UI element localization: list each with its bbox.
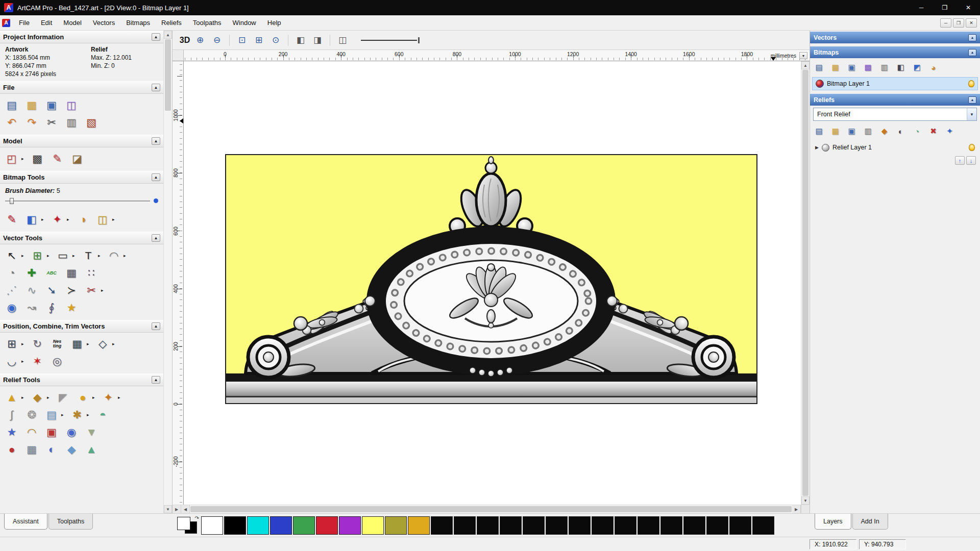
swap-colours-icon[interactable]: ↷ <box>195 515 199 521</box>
paste-vector-icon[interactable]: ✚ <box>23 265 40 281</box>
open-bitmap-layer-icon[interactable]: ▦ <box>828 61 842 73</box>
offset-relief-icon[interactable]: ▤ <box>43 407 60 422</box>
palette-swatch-6[interactable] <box>339 516 361 535</box>
cut-icon[interactable]: ✂ <box>43 115 60 130</box>
trim-vectors-flyout[interactable]: ▸ <box>101 288 106 293</box>
undo-icon[interactable]: ↶ <box>3 115 20 130</box>
menu-edit[interactable]: Edit <box>35 15 58 30</box>
new-bitmap-layer-icon[interactable]: ▤ <box>812 61 826 73</box>
merge-layers-icon[interactable]: ▩ <box>861 61 875 73</box>
zoom-previous-icon[interactable]: ⊙ <box>268 34 283 47</box>
collapse-relief-tools-button[interactable]: ▲ <box>152 376 160 384</box>
save-bitmap-layer-icon[interactable]: ▣ <box>845 61 859 73</box>
new-model-icon[interactable]: ▤ <box>3 97 20 113</box>
circular-copy-icon[interactable]: ↻ <box>29 336 46 352</box>
drawing-area[interactable] <box>184 61 801 505</box>
notes-icon[interactable]: ✎ <box>48 151 66 166</box>
free-smooth-icon[interactable]: ∿ <box>23 283 40 298</box>
link-layer-icon[interactable]: ◩ <box>910 61 924 73</box>
block-copy-flyout[interactable]: ▸ <box>87 341 91 346</box>
mdi-minimize-button[interactable]: ─ <box>940 18 951 28</box>
node-editing-icon[interactable]: ∮ <box>43 300 60 315</box>
greyscale-preview-icon[interactable]: ◪ <box>68 151 86 166</box>
block-copy-icon[interactable]: ▦ <box>68 336 86 352</box>
snap-grid-icon[interactable]: ▦ <box>63 265 80 281</box>
collapse-bitmaps-button[interactable]: ▲ <box>968 49 976 56</box>
paste-icon[interactable]: ▧ <box>83 115 100 130</box>
foreground-background-swatch[interactable]: ↷ <box>176 515 200 536</box>
trim-vectors-icon[interactable]: ✂ <box>83 283 100 298</box>
menu-model[interactable]: Model <box>58 15 87 30</box>
bezier-editor-icon[interactable]: ➘ <box>43 283 60 298</box>
save-relief-layer-icon[interactable]: ▣ <box>845 125 859 137</box>
invert-layer-icon[interactable]: ◐ <box>894 125 908 137</box>
collapse-file-button[interactable]: ▲ <box>152 84 160 91</box>
weave-wizard-icon[interactable]: ❂ <box>23 407 40 422</box>
save-model-icon[interactable]: ▣ <box>43 97 60 113</box>
vertical-scrollbar-thumb[interactable] <box>802 70 808 496</box>
offset-copy-flyout[interactable]: ▸ <box>112 341 117 346</box>
redo-icon[interactable]: ↷ <box>23 115 40 130</box>
create-text-icon[interactable]: T <box>80 248 97 263</box>
palette-swatch-17[interactable] <box>592 516 614 535</box>
palette-swatch-12[interactable] <box>477 516 499 535</box>
toggle-3d-view-button[interactable]: 3D <box>177 33 193 47</box>
add-draft-icon[interactable]: ● <box>74 390 91 405</box>
palette-swatch-7[interactable] <box>362 516 384 535</box>
select-vectors-flyout[interactable]: ▸ <box>21 253 26 258</box>
create-circle-icon[interactable]: ◉ <box>3 300 20 315</box>
zoom-fit-icon[interactable]: ⊞ <box>252 34 266 47</box>
paint-texture-flyout[interactable]: ▸ <box>112 217 117 222</box>
palette-swatch-18[interactable] <box>615 516 636 535</box>
colour-picker-icon[interactable]: ✦ <box>48 212 66 227</box>
paste-relief-icon[interactable]: ▣ <box>43 424 60 440</box>
measure-flyout[interactable]: ▸ <box>124 253 128 258</box>
palette-swatch-5[interactable] <box>316 516 338 535</box>
texture-relief-flyout[interactable]: ▸ <box>118 395 122 400</box>
create-star-icon[interactable]: ★ <box>63 300 80 315</box>
paint-texture-icon[interactable]: ◫ <box>94 212 111 227</box>
collapse-reliefs-button[interactable]: ▲ <box>968 96 976 104</box>
select-vectors-icon[interactable]: ↖ <box>3 248 20 263</box>
collapse-bitmap-tools-button[interactable]: ▲ <box>152 173 160 181</box>
tab-assistant[interactable]: Assistant <box>4 514 47 530</box>
palette-swatch-19[interactable] <box>638 516 659 535</box>
menu-toolpaths[interactable]: Toolpaths <box>187 15 227 30</box>
nesting-icon[interactable]: Nes ting <box>48 336 66 352</box>
open-model-icon[interactable]: ▦ <box>23 97 40 113</box>
tab-toolpaths[interactable]: Toolpaths <box>48 514 93 530</box>
add-draft-flyout[interactable]: ▸ <box>92 395 97 400</box>
create-rectangle-flyout[interactable]: ▸ <box>72 253 77 258</box>
palette-swatch-20[interactable] <box>660 516 682 535</box>
zoom-window-icon[interactable]: ⊡ <box>235 34 249 47</box>
smooth-layer-icon[interactable]: ◆ <box>877 125 891 137</box>
relief-set-select[interactable]: Front Relief ▼ <box>813 108 977 121</box>
wrap-relief-icon[interactable]: ◠ <box>23 424 40 440</box>
measure-icon[interactable]: ◠ <box>105 248 122 263</box>
scrollbar-thumb[interactable] <box>165 39 171 111</box>
titlebar[interactable]: A ArtCAM Pro - Bed_1427.art - [2D View:0… <box>0 0 980 15</box>
toggle-vector-view-icon[interactable]: ◨ <box>310 34 325 47</box>
vector-doctor-icon[interactable]: ◔ <box>3 265 20 281</box>
horizontal-scrollbar-thumb[interactable] <box>190 506 792 512</box>
emboss-relief-icon[interactable]: ◆ <box>63 442 80 457</box>
layer-palette-icon[interactable]: ◕ <box>926 61 940 73</box>
scroll-up-icon[interactable]: ▲ <box>801 61 810 69</box>
palette-swatch-9[interactable] <box>408 516 430 535</box>
flood-fill-icon[interactable]: ◧ <box>23 212 40 227</box>
fillet-tool-icon[interactable]: ◡ <box>3 354 20 369</box>
canvas-horizontal-scrollbar[interactable]: ▶ ◀ ▶ <box>173 505 810 513</box>
menu-bitmaps[interactable]: Bitmaps <box>120 15 156 30</box>
paint-icon[interactable]: ✎ <box>3 212 20 227</box>
ruler-units-dropdown[interactable]: ▼ <box>799 52 807 59</box>
line-width-widget[interactable] <box>361 37 420 43</box>
offset-relief-flyout[interactable]: ▸ <box>61 412 66 417</box>
align-vectors-icon[interactable]: ⊞ <box>3 336 20 352</box>
palette-swatch-23[interactable] <box>729 516 751 535</box>
menu-file[interactable]: File <box>13 15 35 30</box>
create-polyline-icon[interactable]: ⋰ <box>3 283 20 298</box>
close-button[interactable]: ✕ <box>957 0 980 15</box>
scroll-right-icon[interactable]: ▶ <box>792 505 801 513</box>
transform-vectors-icon[interactable]: ⊞ <box>29 248 46 263</box>
turn-model-icon[interactable]: ● <box>3 442 20 457</box>
